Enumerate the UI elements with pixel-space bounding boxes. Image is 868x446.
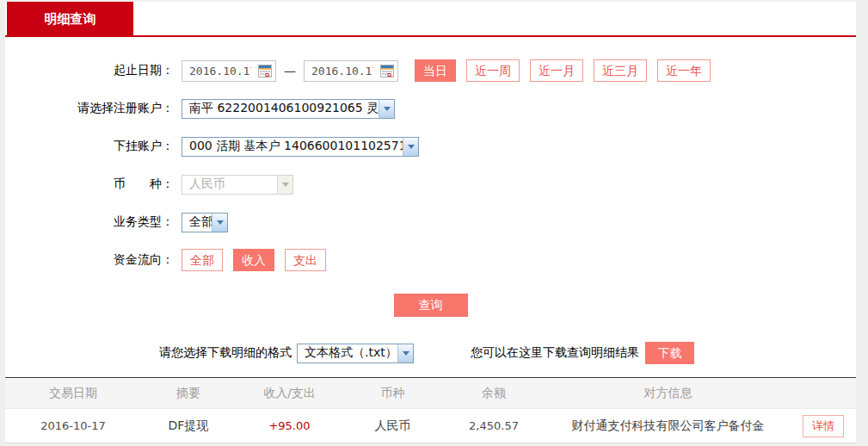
fund-flow-row: 资金流向： 全部 收入 支出 [5,249,856,271]
header-currency: 币种 [343,378,442,409]
range-month-button[interactable]: 近一月 [530,59,583,82]
register-account-label: 请选择注册账户： [5,101,182,116]
query-form: 起止日期： — [5,37,856,271]
currency-select: 人民币 [182,175,293,195]
download-button[interactable]: 下载 [645,342,694,364]
business-type-select[interactable]: 全部 [182,213,228,232]
cell-actions: 详情 [791,409,856,443]
business-type-row: 业务类型： 全部 [5,211,856,233]
download-format-select[interactable]: 文本格式（.txt） [297,344,414,363]
register-account-value: 南平 6222001406100921065 灵通卡 [182,101,379,116]
header-balance: 余额 [442,378,545,409]
start-date-field[interactable] [182,60,276,82]
header-trade-date: 交易日期 [5,378,141,409]
date-range-separator: — [284,64,296,77]
range-year-button[interactable]: 近一年 [657,59,711,82]
fund-flow-label: 资金流向： [5,252,182,268]
chevron-down-icon[interactable] [212,214,227,232]
business-type-label: 业务类型： [5,214,182,230]
header-counterparty: 对方信息 [545,378,791,409]
business-type-value: 全部 [182,214,212,230]
header-income-expense: 收入/支出 [236,378,343,409]
flow-income-button[interactable]: 收入 [233,249,274,271]
detail-button[interactable]: 详情 [803,415,844,437]
sub-account-label: 下挂账户： [5,139,182,154]
sub-account-select[interactable]: 000 活期 基本户 1406600101102571848 [182,137,419,157]
cell-trade-date: 2016-10-17 [5,409,141,443]
currency-value: 人民币 [182,177,277,192]
calendar-icon[interactable] [380,65,394,77]
download-hint: 您可以在这里下载查询明细结果 [471,345,639,361]
range-today-button[interactable]: 当日 [415,59,456,82]
register-account-row: 请选择注册账户： 南平 6222001406100921065 灵通卡 [5,97,856,120]
download-row: 请您选择下载明细的格式 文本格式（.txt） 您可以在这里下载查询明细结果 下载 [5,342,856,364]
table-header-row: 交易日期 摘要 收入/支出 币种 余额 对方信息 [5,378,856,409]
range-week-button[interactable]: 近一周 [466,59,520,82]
date-range-row: 起止日期： — [5,59,856,82]
tab-bar: 明细查询 [5,2,856,37]
currency-label: 币 种： [5,177,182,192]
header-actions [791,378,856,409]
table-row: 2016-10-17 DF提现 +95.00 人民币 2,450.57 财付通支… [5,409,856,443]
flow-expense-button[interactable]: 支出 [285,249,326,271]
range-quarter-button[interactable]: 近三月 [594,59,647,82]
start-date-input[interactable] [189,65,251,77]
date-range-label: 起止日期： [5,63,182,78]
tab-detail-query[interactable]: 明细查询 [7,2,133,37]
calendar-icon[interactable] [258,65,272,77]
end-date-field[interactable] [304,60,398,82]
fund-flow-buttons: 全部 收入 支出 [182,249,336,271]
chevron-down-icon[interactable] [379,100,394,118]
cell-amount: +95.00 [236,409,343,443]
sub-account-row: 下挂账户： 000 活期 基本户 1406600101102571848 [5,135,856,158]
cell-balance: 2,450.57 [442,409,545,443]
chevron-down-icon [277,176,292,194]
chevron-down-icon[interactable] [397,344,413,362]
query-button[interactable]: 查询 [394,294,468,317]
download-format-label: 请您选择下载明细的格式 [159,345,292,361]
cell-currency: 人民币 [343,409,442,443]
header-summary: 摘要 [141,378,236,409]
end-date-input[interactable] [311,65,373,77]
cell-summary: DF提现 [141,409,236,443]
sub-account-value: 000 活期 基本户 1406600101102571848 [182,139,403,154]
flow-all-button[interactable]: 全部 [182,249,223,271]
quick-range-buttons: 当日 近一周 近一月 近三月 近一年 [415,59,721,82]
currency-row: 币 种： 人民币 [5,173,856,195]
detail-query-panel: 明细查询 起止日期： [5,2,856,437]
download-format-value: 文本格式（.txt） [298,345,397,361]
register-account-select[interactable]: 南平 6222001406100921065 灵通卡 [182,99,395,119]
query-button-row: 查询 [5,294,856,317]
cell-counterparty: 财付通支付科技有限公司客户备付金 [545,409,791,443]
chevron-down-icon[interactable] [403,138,418,156]
result-table: 交易日期 摘要 收入/支出 币种 余额 对方信息 2016-10-17 DF提现… [5,377,856,443]
